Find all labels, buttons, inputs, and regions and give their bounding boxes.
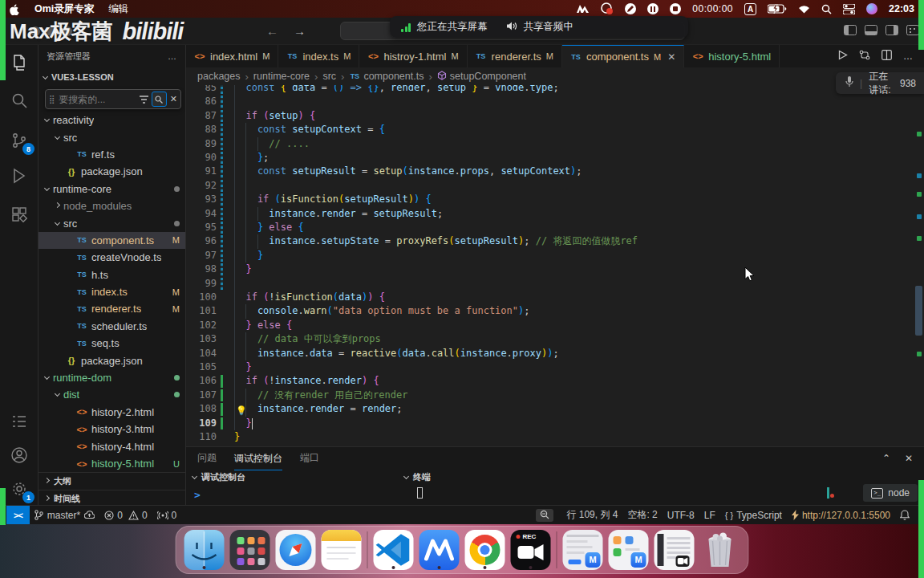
toggle-secondary-sidebar-icon[interactable] <box>886 25 898 35</box>
tree-item-dist[interactable]: dist <box>38 386 186 403</box>
annotate-pencil-icon[interactable] <box>625 3 636 14</box>
gutter-added-icon[interactable] <box>221 403 223 415</box>
apple-menu-icon[interactable] <box>10 4 20 14</box>
code-line-93[interactable]: 93if (isFunction(setupResult)) { <box>186 193 924 206</box>
panel-tab-调试控制台[interactable]: 调试控制台 <box>234 452 282 470</box>
close-find-icon[interactable]: ✕ <box>170 94 177 104</box>
outline-list-icon[interactable] <box>7 409 31 434</box>
encoding-item[interactable]: UTF-8 <box>663 506 699 524</box>
explorer-more-actions-icon[interactable]: … <box>168 51 177 61</box>
gutter-added-icon[interactable] <box>221 389 223 401</box>
gutter-added-icon[interactable] <box>221 375 223 387</box>
code-line-90[interactable]: 90}; <box>186 151 924 165</box>
outline-section-header[interactable]: 大纲 <box>38 472 186 490</box>
code-line-108[interactable]: 108💡instance.render = render; <box>186 402 924 416</box>
breadcrumb-item-packages[interactable]: packages <box>197 71 241 82</box>
dock-chrome-icon[interactable] <box>465 530 505 570</box>
toggle-panel-icon[interactable] <box>865 25 877 35</box>
nav-back-icon[interactable]: ← <box>266 24 278 38</box>
gutter-modified-icon[interactable] <box>221 124 223 136</box>
tree-item-node_modules[interactable]: node_modules <box>38 197 186 214</box>
panel-tab-端口[interactable]: 端口 <box>300 451 319 465</box>
terminal-tab-node[interactable]: >_ node <box>863 484 918 502</box>
dock-window-thumb-m2-icon[interactable]: M <box>609 530 649 570</box>
dock-notes-icon[interactable] <box>322 530 362 570</box>
files-icon[interactable] <box>7 51 31 75</box>
open-changes-icon[interactable] <box>859 50 870 63</box>
settings-icon[interactable]: 1 <box>7 477 31 501</box>
eol-item[interactable]: LF <box>699 506 720 524</box>
dock-vscode-icon[interactable] <box>374 530 414 570</box>
timeline-section-header[interactable]: 时间线 <box>38 490 186 505</box>
project-root-folder[interactable]: VUE3-LESSON <box>38 67 185 87</box>
account-icon[interactable] <box>7 443 31 467</box>
control-center-icon[interactable] <box>843 4 855 14</box>
siri-icon[interactable] <box>866 3 877 14</box>
stop-recording-icon[interactable] <box>670 3 681 14</box>
breadcrumb-item-runtime-core[interactable]: runtime-core <box>253 71 310 82</box>
tab-index.ts[interactable]: TSindex.tsM <box>278 45 359 67</box>
gutter-modified-icon[interactable] <box>221 138 223 150</box>
dock-omi-recorder-icon[interactable] <box>419 530 460 570</box>
toggle-sidebar-icon[interactable] <box>844 25 857 35</box>
gutter-modified-icon[interactable] <box>221 110 223 122</box>
tree-item-runtime-dom[interactable]: runtime-dom <box>38 369 186 386</box>
gutter-modified-icon[interactable] <box>221 235 223 247</box>
problems-item[interactable]: 0 0 <box>99 506 152 524</box>
code-line-87[interactable]: 87if (setup) { <box>186 109 924 123</box>
gutter-modified-icon[interactable] <box>221 165 223 177</box>
zoom-status-chip[interactable] <box>536 509 553 522</box>
code-line-92[interactable]: 92 <box>186 179 924 193</box>
explorer-find-input[interactable] <box>57 93 136 106</box>
gutter-modified-icon[interactable] <box>221 208 223 220</box>
recorder-status-icon[interactable] <box>601 2 614 15</box>
debug-console-prompt[interactable]: > <box>194 489 201 501</box>
tab-renderer.ts[interactable]: TSrenderer.tsM <box>468 45 562 67</box>
remote-indicator[interactable]: >< <box>6 506 30 524</box>
editor-scrollbar[interactable] <box>915 286 922 336</box>
gutter-modified-icon[interactable] <box>221 250 223 262</box>
gutter-added-icon[interactable] <box>221 417 223 429</box>
live-server-item[interactable]: http://127.0.0.1:5500 <box>787 506 895 524</box>
tree-item-package.json[interactable]: {}package.json <box>38 163 186 180</box>
input-method-indicator[interactable]: A <box>744 3 756 15</box>
dock-window-thumb-m1-icon[interactable]: M <box>563 530 603 570</box>
notifications-bell-icon[interactable] <box>895 506 914 524</box>
code-line-103[interactable]: 103// data 中可以拿到props <box>186 332 924 346</box>
tree-item-index.ts[interactable]: TSindex.tsM <box>38 283 186 300</box>
tree-item-renderer.ts[interactable]: TSrenderer.tsM <box>38 300 186 317</box>
gutter-modified-icon[interactable] <box>221 152 223 164</box>
editor-more-actions-icon[interactable]: … <box>903 51 913 62</box>
close-panel-icon[interactable]: ✕ <box>905 453 913 464</box>
tree-item-src[interactable]: src <box>38 214 186 231</box>
pause-recording-icon[interactable] <box>647 3 659 14</box>
run-file-icon[interactable] <box>837 50 848 63</box>
dock-launchpad-icon[interactable] <box>230 530 270 570</box>
breadcrumb-item-src[interactable]: src <box>322 71 336 82</box>
terminal-header[interactable]: 终端 <box>404 471 431 483</box>
dock-window-thumb-cam-icon[interactable] <box>654 530 695 570</box>
debug-console-header[interactable]: 调试控制台 <box>192 471 245 483</box>
split-editor-icon[interactable] <box>881 50 892 63</box>
gutter-modified-icon[interactable] <box>221 263 223 275</box>
tree-item-history-5.html[interactable]: <>history-5.htmlU <box>38 455 186 472</box>
spotlight-search-icon[interactable] <box>821 4 832 14</box>
cursor-position-item[interactable]: 行 109, 列 4 <box>561 506 622 524</box>
indentation-item[interactable]: 空格: 2 <box>622 506 662 524</box>
tree-item-history-2.html[interactable]: <>history-2.html <box>38 404 186 421</box>
code-line-97[interactable]: 97} <box>186 249 924 263</box>
menubar-clock[interactable]: 22:03 <box>889 3 914 14</box>
code-line-96[interactable]: 96instance.setupState = proxyRefs(setupR… <box>186 234 924 248</box>
tab-histroy-1.html[interactable]: <>histroy-1.htmlM <box>359 45 467 67</box>
gutter-modified-icon[interactable] <box>221 193 223 206</box>
dock-safari-icon[interactable] <box>276 530 316 570</box>
omi-logo-icon[interactable] <box>576 4 590 14</box>
nav-forward-icon[interactable]: → <box>294 24 306 38</box>
code-line-91[interactable]: 91const setupResult = setup(instance.pro… <box>186 165 924 178</box>
code-line-101[interactable]: 101console.warn("data option must be a f… <box>186 304 924 318</box>
language-mode-item[interactable]: { }TypeScript <box>720 506 787 524</box>
menubar-edit-menu[interactable]: 编辑 <box>108 2 128 16</box>
tree-item-createVnode.ts[interactable]: TScreateVnode.ts <box>38 249 186 266</box>
battery-icon[interactable] <box>768 4 787 14</box>
tab-component.ts[interactable]: TScomponent.tsM✕ <box>562 45 684 67</box>
